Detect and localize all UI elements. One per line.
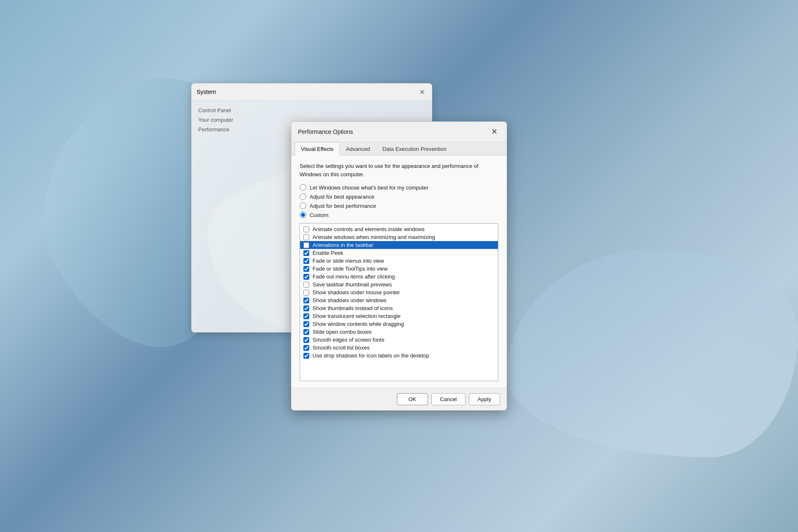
checkbox-item[interactable]: Animations in the taskbar [300,241,498,249]
checkbox-label-9: Show shadows under windows [313,297,387,303]
tab-visual-effects[interactable]: Visual Effects [295,142,340,155]
checkbox-input-10[interactable] [303,305,309,311]
checkbox-input-7[interactable] [303,282,309,288]
radio-best-appearance-label: Adjust for best appearance [310,194,374,200]
apply-button[interactable]: Apply [469,393,500,405]
checkbox-label-15: Smooth-scroll list boxes [313,345,369,351]
radio-group: Let Windows choose what's best for my co… [300,184,498,218]
checkbox-label-16: Use drop shadows for icon labels on the … [313,352,429,359]
checkbox-input-16[interactable] [303,353,309,359]
checkbox-label-6: Fade out menu items after clicking [313,273,395,280]
checkbox-item[interactable]: Show thumbnails instead of icons [300,304,498,312]
checkbox-input-8[interactable] [303,290,309,296]
dialog-title: Performance Options [298,128,488,135]
dialog-close-button[interactable]: ✕ [488,126,500,138]
checkbox-input-5[interactable] [303,266,309,272]
radio-option-best-appearance[interactable]: Adjust for best appearance [300,193,498,200]
checkbox-label-0: Animate controls and elements inside win… [313,226,425,232]
performance-options-dialog: Performance Options ✕ Visual Effects Adv… [291,121,507,411]
checkbox-item[interactable]: Enable Peek [300,249,498,257]
checkbox-item[interactable]: Animate windows when minimizing and maxi… [300,233,498,241]
checkbox-label-2: Animations in the taskbar [313,242,373,248]
checkbox-item[interactable]: Slide open combo boxes [300,328,498,336]
checkbox-input-0[interactable] [303,227,309,232]
checkbox-item[interactable]: Show shadows under mouse pointer [300,288,498,296]
ok-button[interactable]: OK [397,393,428,405]
radio-option-best-performance[interactable]: Adjust for best performance [300,202,498,209]
checkbox-label-3: Enable Peek [313,250,343,256]
radio-auto[interactable] [300,184,306,191]
checkbox-label-4: Fade or slide menus into view [313,258,384,264]
checkbox-item[interactable]: Fade out menu items after clicking [300,273,498,281]
checkbox-input-1[interactable] [303,234,309,240]
checkbox-input-2[interactable] [303,242,309,248]
radio-best-performance-label: Adjust for best performance [310,203,376,209]
dialog-overlay: Performance Options ✕ Visual Effects Adv… [0,0,798,532]
checkbox-label-13: Slide open combo boxes [313,329,372,335]
checkbox-label-7: Save taskbar thumbnail previews [313,281,392,288]
checkbox-input-12[interactable] [303,321,309,327]
checkbox-label-10: Show thumbnails instead of icons [313,305,393,311]
dialog-body: Select the settings you want to use for … [291,155,507,388]
tab-bar: Visual Effects Advanced Data Execution P… [291,142,507,155]
radio-option-custom[interactable]: Custom: [300,212,498,218]
radio-option-auto[interactable]: Let Windows choose what's best for my co… [300,184,498,191]
checkbox-item[interactable]: Show shadows under windows [300,296,498,304]
dialog-description: Select the settings you want to use for … [300,162,498,178]
checkbox-item[interactable]: Smooth-scroll list boxes [300,344,498,352]
dialog-footer: OK Cancel Apply [291,388,507,410]
checkbox-input-4[interactable] [303,258,309,264]
checkbox-list: Animate controls and elements inside win… [300,223,498,381]
checkbox-label-11: Show translucent selection rectangle [313,313,401,319]
checkbox-label-5: Fade or slide ToolTips into view [313,266,388,272]
dialog-titlebar: Performance Options ✕ [291,122,507,142]
checkbox-item[interactable]: Fade or slide ToolTips into view [300,265,498,273]
checkbox-input-15[interactable] [303,345,309,351]
checkbox-label-8: Show shadows under mouse pointer [313,289,400,296]
checkbox-label-12: Show window contents while dragging [313,321,404,327]
checkbox-input-13[interactable] [303,329,309,335]
checkbox-item[interactable]: Save taskbar thumbnail previews [300,281,498,288]
checkbox-item[interactable]: Show translucent selection rectangle [300,312,498,320]
checkbox-item[interactable]: Smooth edges of screen fonts [300,336,498,344]
checkbox-item[interactable]: Show window contents while dragging [300,320,498,328]
checkbox-input-14[interactable] [303,337,309,343]
radio-best-appearance[interactable] [300,193,306,200]
radio-custom[interactable] [300,212,306,218]
radio-custom-label: Custom: [310,212,330,218]
checkbox-label-1: Animate windows when minimizing and maxi… [313,234,435,240]
cancel-button[interactable]: Cancel [431,393,466,405]
checkbox-input-3[interactable] [303,250,309,256]
tab-dep[interactable]: Data Execution Prevention [376,142,453,155]
checkbox-item[interactable]: Animate controls and elements inside win… [300,225,498,233]
checkbox-input-9[interactable] [303,298,309,303]
checkbox-label-14: Smooth edges of screen fonts [313,337,384,343]
tab-advanced[interactable]: Advanced [340,142,376,155]
checkbox-input-11[interactable] [303,313,309,319]
radio-auto-label: Let Windows choose what's best for my co… [310,185,429,191]
radio-best-performance[interactable] [300,202,306,209]
checkbox-item[interactable]: Use drop shadows for icon labels on the … [300,352,498,360]
checkbox-input-6[interactable] [303,274,309,280]
checkbox-item[interactable]: Fade or slide menus into view [300,257,498,265]
